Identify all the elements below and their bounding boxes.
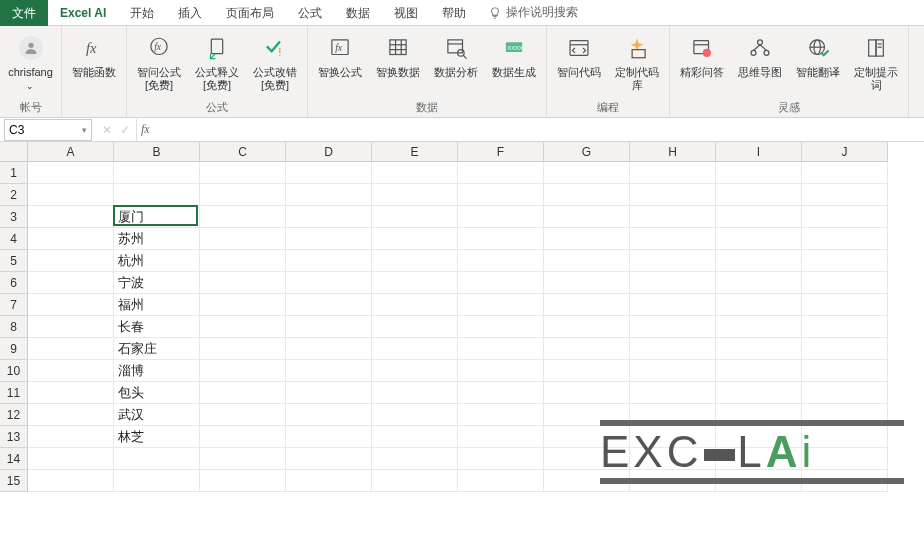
cell-B9[interactable]: 石家庄 <box>114 338 200 360</box>
row-header-15[interactable]: 15 <box>0 470 28 492</box>
cell-B14[interactable] <box>114 448 200 470</box>
cell-I1[interactable] <box>716 162 802 184</box>
cell-J4[interactable] <box>802 228 888 250</box>
cell-J15[interactable] <box>802 470 888 492</box>
row-header-3[interactable]: 3 <box>0 206 28 228</box>
tell-me-search[interactable]: 操作说明搜索 <box>478 4 588 21</box>
cell-B12[interactable]: 武汉 <box>114 404 200 426</box>
ribbon-btn-数据分析[interactable]: 数据分析 <box>430 30 482 79</box>
ribbon-btn-定制提示词[interactable]: 定制提示词 <box>850 30 902 92</box>
ribbon-btn-思维导图[interactable]: 思维导图 <box>734 30 786 79</box>
cell-E11[interactable] <box>372 382 458 404</box>
cell-E10[interactable] <box>372 360 458 382</box>
row-header-1[interactable]: 1 <box>0 162 28 184</box>
cell-I3[interactable] <box>716 206 802 228</box>
cell-E15[interactable] <box>372 470 458 492</box>
cell-B6[interactable]: 宁波 <box>114 272 200 294</box>
cell-F7[interactable] <box>458 294 544 316</box>
row-header-7[interactable]: 7 <box>0 294 28 316</box>
cell-F9[interactable] <box>458 338 544 360</box>
cell-C8[interactable] <box>200 316 286 338</box>
cell-E2[interactable] <box>372 184 458 206</box>
cell-C4[interactable] <box>200 228 286 250</box>
column-header-G[interactable]: G <box>544 142 630 162</box>
cell-E14[interactable] <box>372 448 458 470</box>
cell-H15[interactable] <box>630 470 716 492</box>
cell-I14[interactable] <box>716 448 802 470</box>
cell-I6[interactable] <box>716 272 802 294</box>
cell-E3[interactable] <box>372 206 458 228</box>
cell-E1[interactable] <box>372 162 458 184</box>
cell-D10[interactable] <box>286 360 372 382</box>
cell-C12[interactable] <box>200 404 286 426</box>
cell-J10[interactable] <box>802 360 888 382</box>
cell-A8[interactable] <box>28 316 114 338</box>
ribbon-btn-智换公式[interactable]: fx智换公式 <box>314 30 366 79</box>
cell-C6[interactable] <box>200 272 286 294</box>
cell-J13[interactable] <box>802 426 888 448</box>
cell-B15[interactable] <box>114 470 200 492</box>
name-box[interactable]: C3 ▾ <box>4 119 92 141</box>
cell-H3[interactable] <box>630 206 716 228</box>
cell-H9[interactable] <box>630 338 716 360</box>
cell-D15[interactable] <box>286 470 372 492</box>
cell-G15[interactable] <box>544 470 630 492</box>
cell-D13[interactable] <box>286 426 372 448</box>
cell-G2[interactable] <box>544 184 630 206</box>
cell-A3[interactable] <box>28 206 114 228</box>
fx-icon[interactable]: fx <box>137 122 161 137</box>
cell-B4[interactable]: 苏州 <box>114 228 200 250</box>
row-header-2[interactable]: 2 <box>0 184 28 206</box>
column-header-F[interactable]: F <box>458 142 544 162</box>
cell-C2[interactable] <box>200 184 286 206</box>
select-all-corner[interactable] <box>0 142 28 162</box>
cell-J8[interactable] <box>802 316 888 338</box>
account-button[interactable]: chrisfang⌄ <box>5 30 57 93</box>
cell-E8[interactable] <box>372 316 458 338</box>
cell-C1[interactable] <box>200 162 286 184</box>
cell-A4[interactable] <box>28 228 114 250</box>
cell-F3[interactable] <box>458 206 544 228</box>
cell-C5[interactable] <box>200 250 286 272</box>
cell-C9[interactable] <box>200 338 286 360</box>
ribbon-btn-公式释义[interactable]: 公式释义[免费] <box>191 30 243 92</box>
cell-F6[interactable] <box>458 272 544 294</box>
cell-D12[interactable] <box>286 404 372 426</box>
cell-I7[interactable] <box>716 294 802 316</box>
cell-E12[interactable] <box>372 404 458 426</box>
cell-G14[interactable] <box>544 448 630 470</box>
cell-F8[interactable] <box>458 316 544 338</box>
cell-F2[interactable] <box>458 184 544 206</box>
column-header-A[interactable]: A <box>28 142 114 162</box>
cell-G11[interactable] <box>544 382 630 404</box>
row-header-11[interactable]: 11 <box>0 382 28 404</box>
cell-G13[interactable] <box>544 426 630 448</box>
ribbon-btn-智能翻译[interactable]: 智能翻译 <box>792 30 844 79</box>
cell-C10[interactable] <box>200 360 286 382</box>
tab-视图[interactable]: 视图 <box>382 0 430 26</box>
cell-I2[interactable] <box>716 184 802 206</box>
row-header-6[interactable]: 6 <box>0 272 28 294</box>
cell-A14[interactable] <box>28 448 114 470</box>
cell-H2[interactable] <box>630 184 716 206</box>
cell-I13[interactable] <box>716 426 802 448</box>
cell-F13[interactable] <box>458 426 544 448</box>
cell-D9[interactable] <box>286 338 372 360</box>
cell-E4[interactable] <box>372 228 458 250</box>
row-header-13[interactable]: 13 <box>0 426 28 448</box>
cell-H5[interactable] <box>630 250 716 272</box>
cell-D14[interactable] <box>286 448 372 470</box>
cell-B11[interactable]: 包头 <box>114 382 200 404</box>
cell-G6[interactable] <box>544 272 630 294</box>
cell-E7[interactable] <box>372 294 458 316</box>
cell-A15[interactable] <box>28 470 114 492</box>
cell-B10[interactable]: 淄博 <box>114 360 200 382</box>
cell-G4[interactable] <box>544 228 630 250</box>
cell-D4[interactable] <box>286 228 372 250</box>
cell-F12[interactable] <box>458 404 544 426</box>
column-header-H[interactable]: H <box>630 142 716 162</box>
cell-H12[interactable] <box>630 404 716 426</box>
cell-H10[interactable] <box>630 360 716 382</box>
cell-H6[interactable] <box>630 272 716 294</box>
ribbon-btn-精彩问答[interactable]: 精彩问答 <box>676 30 728 79</box>
